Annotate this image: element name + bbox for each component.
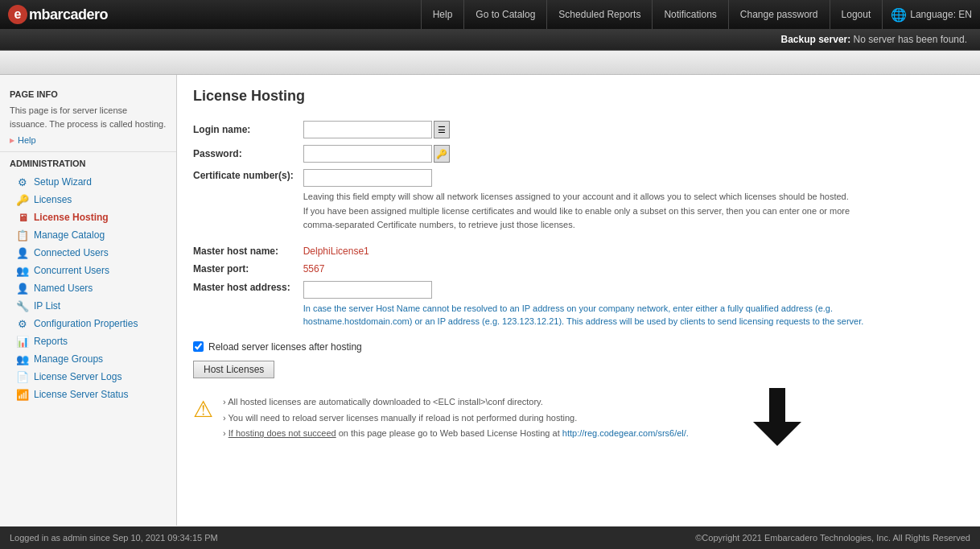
setup-wizard-icon: ⚙: [16, 175, 29, 188]
master-address-input-cell: In case the server Host Name cannot be r…: [303, 278, 873, 332]
down-arrow-container: [753, 388, 801, 448]
reload-checkbox-label: Reload server licenses after hosting: [208, 341, 362, 353]
sidebar-label-named-users: Named Users: [34, 283, 93, 294]
backup-bar: Backup server: No server has been found.: [0, 29, 980, 51]
sidebar-item-manage-catalog[interactable]: 📋 Manage Catalog: [10, 226, 167, 244]
manage-groups-icon: 👥: [16, 353, 29, 365]
sidebar-item-reports[interactable]: 📊 Reports: [10, 332, 167, 350]
license-server-logs-icon: 📄: [16, 370, 29, 383]
sidebar-label-setup-wizard: Setup Wizard: [34, 176, 92, 188]
language-label: Language:: [910, 9, 956, 20]
sidebar-item-config-props[interactable]: ⚙ Configuration Properties: [10, 315, 167, 332]
sidebar-label-connected-users: Connected Users: [34, 247, 109, 258]
sidebar-label-concurrent-users: Concurrent Users: [34, 265, 109, 276]
sidebar-item-concurrent-users[interactable]: 👥 Concurrent Users: [10, 262, 167, 279]
backup-value: No server has been found.: [854, 34, 967, 45]
password-label: Password:: [193, 142, 303, 166]
sidebar-item-license-server-logs[interactable]: 📄 License Server Logs: [10, 368, 167, 386]
nav-catalog[interactable]: Go to Catalog: [464, 0, 547, 29]
password-input[interactable]: [303, 145, 432, 163]
master-host-value-cell: DelphiLicense1: [303, 242, 873, 260]
license-server-status-icon: 📶: [16, 388, 29, 401]
reload-checkbox[interactable]: [193, 341, 204, 352]
warning-icon: ⚠: [193, 396, 213, 423]
nav-links: Help Go to Catalog Scheduled Reports Not…: [421, 0, 883, 29]
sidebar-item-named-users[interactable]: 👤 Named Users: [10, 279, 167, 297]
sidebar-label-manage-groups: Manage Groups: [34, 353, 103, 365]
sidebar-item-license-server-status[interactable]: 📶 License Server Status: [10, 386, 167, 403]
reload-checkbox-row: Reload server licenses after hosting: [193, 341, 964, 353]
admin-title: ADMINISTRATION: [10, 159, 167, 168]
login-name-btn[interactable]: ☰: [434, 121, 450, 138]
sub-nav: [0, 51, 980, 75]
config-props-icon: ⚙: [16, 317, 29, 330]
nav-notifications[interactable]: Notifications: [653, 0, 728, 29]
down-arrow-icon: [753, 388, 801, 446]
master-port-label: Master port:: [193, 260, 303, 278]
host-licenses-button[interactable]: Host Licenses: [193, 361, 274, 378]
licenses-icon: 🔑: [16, 193, 29, 206]
sidebar: PAGE INFO This page is for server licens…: [0, 75, 177, 526]
logo-text: mbarcadero: [29, 6, 108, 23]
reports-icon: 📊: [16, 335, 29, 348]
info-line3-underline: If hosting does not succeed: [229, 428, 336, 438]
info-box: ⚠ All hosted licenses are automatically …: [193, 394, 689, 442]
certificate-input[interactable]: [303, 169, 432, 187]
globe-icon: 🌐: [891, 7, 907, 23]
form-table: Login name: ☰ Password: 🔑: [193, 118, 873, 332]
master-address-row: Master host address: In case the server …: [193, 278, 873, 332]
nav-logout[interactable]: Logout: [830, 0, 883, 29]
sidebar-item-license-hosting[interactable]: 🖥 License Hosting: [10, 208, 167, 226]
info-line3-prefix: on this page please go to Web based Lice…: [339, 428, 562, 438]
nav-scheduled-reports[interactable]: Scheduled Reports: [547, 0, 653, 29]
logo-e-icon: e: [8, 5, 27, 24]
certificate-info: Leaving this field empty will show all n…: [303, 190, 850, 233]
main-content: License Hosting Login name: ☰ Password: …: [177, 75, 980, 526]
main-layout: PAGE INFO This page is for server licens…: [0, 75, 980, 526]
page-info-box: PAGE INFO This page is for server licens…: [0, 83, 176, 152]
sidebar-label-config-props: Configuration Properties: [34, 318, 138, 329]
login-name-row: Login name: ☰: [193, 118, 873, 142]
master-host-row: Master host name: DelphiLicense1: [193, 242, 873, 260]
svg-marker-1: [753, 422, 801, 446]
info-bullet-2: You will need to reload server licenses …: [223, 411, 689, 427]
ip-list-icon: 🔧: [16, 299, 29, 312]
top-nav: e mbarcadero Help Go to Catalog Schedule…: [0, 0, 980, 29]
login-name-label: Login name:: [193, 118, 303, 142]
license-hosting-icon: 🖥: [16, 211, 29, 224]
certificate-row: Certificate number(s): Leaving this fiel…: [193, 166, 873, 242]
master-port-row: Master port: 5567: [193, 260, 873, 278]
master-port-value-cell: 5567: [303, 260, 873, 278]
concurrent-users-icon: 👥: [16, 264, 29, 277]
sidebar-label-manage-catalog: Manage Catalog: [34, 229, 105, 241]
certificate-input-cell: Leaving this field empty will show all n…: [303, 166, 873, 242]
sidebar-item-ip-list[interactable]: 🔧 IP List: [10, 297, 167, 315]
sidebar-item-manage-groups[interactable]: 👥 Manage Groups: [10, 350, 167, 368]
page-info-text: This page is for server license issuance…: [10, 104, 167, 130]
info-bullet-1: All hosted licenses are automatically do…: [223, 394, 689, 411]
sidebar-item-licenses[interactable]: 🔑 Licenses: [10, 191, 167, 208]
master-host-value: DelphiLicense1: [303, 246, 369, 257]
info-line3-link[interactable]: http://reg.codegear.com/srs6/el/.: [562, 428, 689, 438]
password-btn[interactable]: 🔑: [434, 145, 450, 163]
sidebar-label-license-server-logs: License Server Logs: [34, 371, 121, 382]
sidebar-help-link[interactable]: Help: [10, 135, 167, 145]
master-address-input[interactable]: [303, 281, 432, 299]
info-bullet-3: If hosting does not succeed on this page…: [223, 426, 689, 442]
backup-label: Backup server:: [781, 34, 851, 45]
master-address-label: Master host address:: [193, 278, 303, 332]
password-row: Password: 🔑: [193, 142, 873, 166]
login-name-input-cell: ☰: [303, 118, 873, 142]
master-port-value: 5567: [303, 263, 325, 274]
sidebar-item-setup-wizard[interactable]: ⚙ Setup Wizard: [10, 173, 167, 191]
sidebar-label-ip-list: IP List: [34, 300, 60, 312]
sidebar-label-reports: Reports: [34, 336, 68, 347]
page-title: License Hosting: [193, 88, 964, 105]
nav-help[interactable]: Help: [421, 0, 465, 29]
login-name-input-wrap: ☰: [303, 121, 867, 138]
named-users-icon: 👤: [16, 282, 29, 295]
login-name-input[interactable]: [303, 121, 432, 138]
sidebar-item-connected-users[interactable]: 👤 Connected Users: [10, 244, 167, 262]
svg-rect-0: [769, 388, 785, 422]
nav-change-password[interactable]: Change password: [729, 0, 830, 29]
